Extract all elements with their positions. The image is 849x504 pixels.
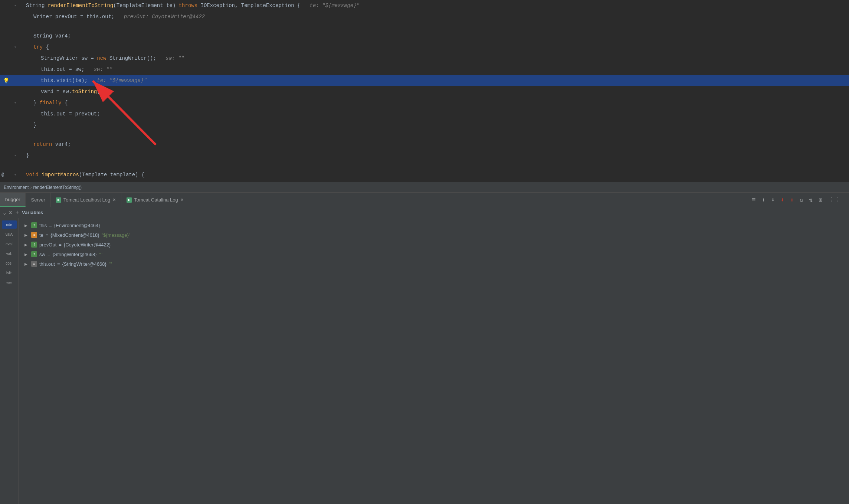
fold-14[interactable]: ▾ (14, 173, 16, 177)
code-line-12: return var4; (0, 139, 849, 150)
fold-9[interactable]: ▾ (14, 101, 16, 105)
toolbar-down-btn1[interactable]: ⬇ (770, 196, 776, 204)
code-text-10: this.out = prevOut; (22, 111, 100, 117)
toolbar-down-btn2[interactable]: ⬇ (779, 196, 786, 204)
tomcat-localhost-icon: ▶ (56, 197, 61, 203)
tab-tomcat-catalina[interactable]: ▶ Tomcat Catalina Log ✕ (121, 193, 189, 207)
var-val-thisout-obj: {StringWriter@4668} (62, 261, 106, 267)
tab-tomcat-catalina-label: Tomcat Catalina Log (134, 197, 178, 203)
debugger-tab-bar: bugger Server ▶ Tomcat Localhost Log ✕ ▶… (0, 193, 849, 207)
code-text-9: } finally { (22, 100, 68, 106)
code-text-3: String var4; (22, 33, 71, 39)
var-type-icon-this: f (31, 222, 37, 228)
variables-main: nde valA eval val: cce: isit: (0, 218, 849, 504)
var-item-te[interactable]: ▶ ● te = {MixedContent@4618} "${message}… (19, 230, 849, 240)
variables-header-label: Variables (22, 210, 43, 215)
var-eq-thisout: = (57, 261, 60, 267)
fold-4[interactable]: ▾ (14, 45, 16, 49)
var-key-sw: sw (39, 252, 45, 257)
left-tab-active[interactable]: nde (2, 220, 17, 229)
var-eq-this: = (49, 223, 52, 228)
code-line-1: ▾ String renderElementToString(TemplateE… (0, 0, 849, 11)
expand-arrow-te[interactable]: ▶ (24, 233, 29, 237)
tab-bugger-label: bugger (5, 197, 20, 202)
code-line-9: ▾ } finally { (0, 97, 849, 108)
code-text-12: return var4; (22, 141, 71, 147)
code-line-empty3 (0, 161, 849, 169)
code-line-13: ▾ } (0, 150, 849, 161)
code-text-4: try { (22, 44, 49, 50)
var-item-this[interactable]: ▶ f this = {Environment@4464} (19, 220, 849, 230)
var-item-sw[interactable]: ▶ f sw = {StringWriter@4668} "" (19, 249, 849, 259)
filter-icon[interactable]: ⧖ (9, 210, 12, 215)
tab-server-label: Server (31, 197, 45, 203)
at-icon: @ (1, 172, 4, 177)
expand-arrow-prevout[interactable]: ▶ (24, 243, 29, 247)
var-item-prevout[interactable]: ▶ f prevOut = {CoyoteWriter@4422} (19, 240, 849, 249)
expand-arrow-sw[interactable]: ▶ (24, 252, 29, 256)
left-tab-vala-label: valA (6, 232, 13, 236)
tab-tomcat-catalina-close[interactable]: ✕ (180, 197, 184, 202)
fold-1[interactable]: ▾ (14, 3, 16, 8)
var-type-icon-te: ● (31, 232, 37, 238)
left-tab-oo-label: ∞∞ (6, 281, 12, 285)
left-tab-eval[interactable]: eval (2, 240, 17, 248)
expand-arrow-thisout[interactable]: ▶ (24, 262, 29, 266)
code-line-10: this.out = prevOut; (0, 108, 849, 120)
tab-server[interactable]: Server (26, 193, 50, 207)
code-editor: ▾ String renderElementToString(TemplateE… (0, 0, 849, 182)
code-line-3: String var4; (0, 30, 849, 42)
variables-header: ⌄ ⧖ + Variables (0, 207, 849, 218)
code-text-11: } (22, 122, 36, 128)
left-tab-isit-label: isit: (6, 271, 12, 275)
code-text-2: Writer prevOut = this.out; prevOut: Coyo… (22, 14, 205, 20)
left-tab-isit[interactable]: isit: (2, 269, 17, 277)
lightbulb-icon[interactable]: 💡 (3, 78, 9, 84)
toolbar-grid-btn[interactable]: ⊞ (817, 196, 824, 204)
left-tab-vala[interactable]: valA (2, 230, 17, 238)
var-val-te-obj: {MixedContent@4618} (50, 232, 99, 238)
left-tab-eval-label: eval (6, 242, 12, 246)
var-type-icon-thisout: ∞ (31, 261, 37, 267)
code-line-7-highlighted: 💡 this.visit(te); te: "${message}" (0, 75, 849, 86)
left-tab-cce[interactable]: cce: (2, 259, 17, 267)
var-key-thisout: this.out (39, 261, 55, 267)
var-type-icon-sw: f (31, 251, 37, 257)
code-line-11: } (0, 120, 849, 131)
debugger-panel: bugger Server ▶ Tomcat Localhost Log ✕ ▶… (0, 192, 849, 504)
variables-list: ▶ f this = {Environment@4464} ▶ ● te = {… (19, 218, 849, 504)
code-text-1: String renderElementToString(TemplateEle… (22, 3, 360, 9)
toolbar-up-btn2[interactable]: ⬆ (789, 196, 795, 204)
toolbar-refresh-btn[interactable]: ↻ (798, 196, 805, 204)
var-eq-prevout: = (59, 242, 62, 248)
code-line-14: @ ▾ void importMacros(Template template)… (0, 169, 849, 180)
var-eq-sw: = (47, 252, 50, 257)
left-tab-icon-oo[interactable]: ∞∞ (2, 278, 17, 287)
toolbar-up-btn[interactable]: ⬆ (760, 196, 767, 204)
var-eq-te: = (46, 232, 49, 238)
tab-tomcat-localhost[interactable]: ▶ Tomcat Localhost Log ✕ (51, 193, 121, 207)
expand-arrow-this[interactable]: ▶ (24, 223, 29, 228)
toolbar-more-btn[interactable]: ⋮⋮ (827, 196, 842, 204)
code-text-8: var4 = sw.toString(); (22, 89, 106, 95)
code-line-6: this.out = sw; sw: "" (0, 64, 849, 75)
left-tab-val2[interactable]: val: (2, 249, 17, 258)
fold-13[interactable]: ▾ (14, 153, 16, 158)
var-val-prevout: {CoyoteWriter@4422} (64, 242, 111, 248)
code-text-7: this.visit(te); te: "${message}" (0, 78, 147, 84)
code-line-8: var4 = sw.toString(); (0, 86, 849, 97)
tab-bugger[interactable]: bugger (0, 193, 26, 207)
code-text-13: } (22, 153, 29, 158)
toolbar-sort-btn[interactable]: ⇅ (808, 196, 814, 204)
toolbar-lines-btn[interactable]: ≡ (750, 196, 757, 204)
var-val-te-str: "${message}" (101, 232, 130, 238)
left-tab-active-label: nde (6, 223, 12, 227)
var-item-thisout[interactable]: ▶ ∞ this.out = {StringWriter@4668} "" (19, 259, 849, 269)
add-variable-icon[interactable]: + (15, 209, 19, 216)
code-text-6: this.out = sw; sw: "" (22, 66, 112, 72)
tab-tomcat-localhost-close[interactable]: ✕ (112, 197, 116, 202)
var-val-thisout-str: "" (109, 261, 112, 267)
var-key-prevout: prevOut (39, 242, 56, 248)
variables-chevron-icon[interactable]: ⌄ (3, 209, 6, 216)
var-key-te: te (39, 232, 43, 238)
